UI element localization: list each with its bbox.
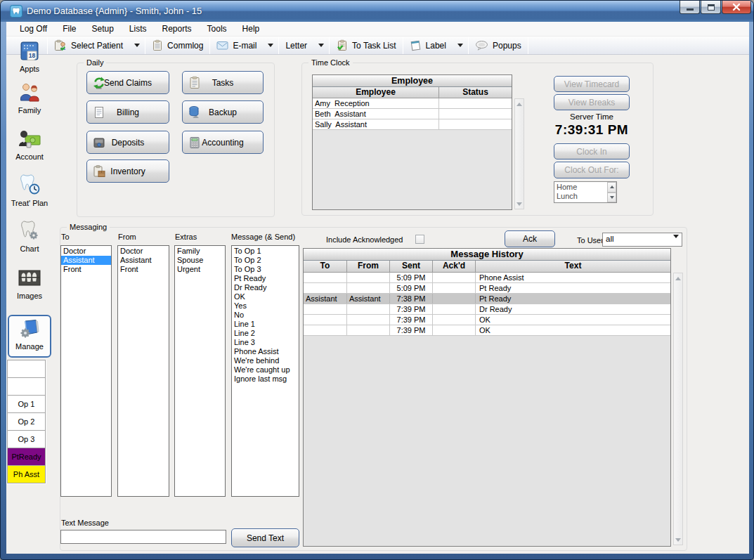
popups-button[interactable]: Popups: [469, 37, 528, 54]
sidebar-item-appts[interactable]: 18 Appts: [6, 39, 53, 73]
clock-out-options-list[interactable]: Home Lunch: [554, 181, 617, 203]
include-acknowledged-checkbox[interactable]: [415, 235, 424, 244]
list-item[interactable]: Line 3: [232, 338, 299, 347]
scroll-down-icon[interactable]: [674, 535, 682, 545]
list-item[interactable]: Ignore last msg: [232, 375, 299, 384]
list-item[interactable]: Yes: [232, 301, 299, 311]
sidebar-item-chart[interactable]: Chart: [6, 219, 53, 253]
letter-dropdown-arrow[interactable]: [313, 37, 329, 54]
inventory-button[interactable]: Inventory: [86, 159, 169, 183]
list-item[interactable]: Spouse: [175, 256, 225, 265]
list-item[interactable]: We're behind: [232, 356, 299, 365]
backup-icon: [188, 105, 202, 119]
clock-out-for-button[interactable]: Clock Out For:: [554, 162, 630, 178]
list-item[interactable]: Phone Assist: [232, 347, 299, 356]
list-item[interactable]: We're caught up: [232, 365, 299, 375]
tasks-button[interactable]: Tasks: [182, 71, 264, 94]
op-cell-op2[interactable]: Op 2: [7, 412, 46, 431]
sidebar-item-label: Chart: [6, 245, 53, 253]
email-dropdown-arrow[interactable]: [263, 37, 278, 54]
list-item-selected[interactable]: Assistant: [61, 256, 111, 265]
message-history-scrollbar[interactable]: [673, 273, 683, 545]
sidebar-item-account[interactable]: Account: [6, 127, 53, 161]
op-cell-op3[interactable]: Op 3: [7, 430, 46, 448]
clock-out-option-home[interactable]: Home: [557, 183, 607, 192]
table-row[interactable]: 5:09 PM Phone Assist: [304, 273, 670, 283]
email-button[interactable]: E-mail: [210, 37, 263, 54]
label-dropdown-arrow[interactable]: [453, 37, 468, 54]
op-cell-op1[interactable]: Op 1: [7, 395, 46, 413]
send-claims-button[interactable]: Send Claims: [86, 71, 169, 94]
view-breaks-button[interactable]: View Breaks: [554, 94, 630, 110]
employee-row[interactable]: Amy Reception: [313, 98, 512, 109]
table-row-selected[interactable]: AssistantAssistant 7:38 PM Pt Ready: [304, 294, 670, 304]
ack-button[interactable]: Ack: [505, 230, 555, 247]
list-item[interactable]: To Op 3: [232, 265, 299, 274]
accounting-icon: [188, 136, 202, 150]
employee-grid-scrollbar[interactable]: [514, 98, 524, 209]
table-row[interactable]: 7:39 PM OK: [304, 315, 670, 325]
menu-item-file[interactable]: File: [55, 22, 84, 37]
list-item[interactable]: Pt Ready: [232, 274, 299, 283]
close-button[interactable]: [722, 1, 751, 14]
view-timecard-button[interactable]: View Timecard: [554, 76, 630, 92]
sidebar-item-images[interactable]: Images: [6, 266, 53, 300]
list-item[interactable]: Dr Ready: [232, 283, 299, 292]
list-item[interactable]: Line 2: [232, 329, 299, 338]
clock-in-button[interactable]: Clock In: [554, 143, 630, 159]
letter-button[interactable]: Letter: [279, 37, 313, 54]
maximize-button[interactable]: [701, 1, 721, 14]
op-cell-phasst[interactable]: Ph Asst: [7, 465, 46, 483]
list-item[interactable]: OK: [232, 292, 299, 301]
sidebar-item-treatplan[interactable]: Treat' Plan: [6, 174, 53, 207]
op-cell-empty-2[interactable]: [7, 377, 46, 396]
list-item[interactable]: No: [232, 311, 299, 320]
menu-item-tools[interactable]: Tools: [200, 22, 235, 37]
table-row[interactable]: 5:09 PM Pt Ready: [304, 283, 670, 294]
deposits-button[interactable]: Deposits: [86, 131, 169, 154]
clock-out-option-lunch[interactable]: Lunch: [557, 192, 607, 201]
list-item[interactable]: Doctor: [61, 247, 111, 256]
minimize-button[interactable]: [680, 1, 700, 14]
label-button[interactable]: Label: [403, 37, 453, 54]
employee-row[interactable]: Sally Assistant: [313, 119, 512, 130]
list-item[interactable]: To Op 1: [232, 247, 299, 256]
send-text-button[interactable]: Send Text: [231, 528, 299, 547]
scroll-down-icon[interactable]: [515, 199, 524, 209]
billing-button[interactable]: Billing: [86, 100, 169, 124]
table-row[interactable]: 7:39 PM OK: [304, 325, 670, 336]
list-item[interactable]: Assistant: [118, 256, 169, 265]
op-cell-ptready[interactable]: PtReady: [7, 448, 46, 466]
list-item[interactable]: Front: [118, 265, 169, 274]
employee-row[interactable]: Beth Assistant: [313, 109, 512, 119]
menu-item-setup[interactable]: Setup: [84, 22, 121, 37]
accounting-button[interactable]: Accounting: [182, 131, 264, 154]
scroll-up-icon[interactable]: [674, 273, 682, 283]
list-item[interactable]: Urgent: [175, 265, 225, 274]
select-patient-button[interactable]: Select Patient: [48, 37, 129, 54]
scroll-up-icon[interactable]: [515, 99, 524, 109]
list-item[interactable]: Family: [175, 247, 225, 256]
menu-item-lists[interactable]: Lists: [122, 22, 155, 37]
clock-out-options-spinner[interactable]: [607, 182, 616, 202]
spinner-down-icon[interactable]: [607, 193, 616, 203]
select-patient-dropdown-arrow[interactable]: [129, 37, 145, 54]
sidebar-item-family[interactable]: Family: [6, 81, 53, 115]
table-row[interactable]: 7:39 PM Dr Ready: [304, 304, 670, 315]
backup-button[interactable]: Backup: [182, 100, 264, 124]
commlog-button[interactable]: Commlog: [145, 37, 209, 54]
menu-item-reports[interactable]: Reports: [155, 22, 200, 37]
list-item[interactable]: To Op 2: [232, 256, 299, 265]
sidebar-item-manage[interactable]: Manage: [8, 315, 51, 358]
menu-item-log-off[interactable]: Log Off: [12, 22, 55, 37]
to-user-combobox[interactable]: all: [602, 233, 682, 247]
menu-item-help[interactable]: Help: [235, 22, 268, 37]
spinner-up-icon[interactable]: [607, 182, 616, 193]
to-task-list-button[interactable]: To Task List: [330, 37, 402, 54]
list-item[interactable]: Front: [61, 265, 111, 274]
from-list-label: From: [118, 233, 136, 241]
text-message-input[interactable]: [60, 530, 226, 544]
list-item[interactable]: Line 1: [232, 320, 299, 329]
op-cell-empty-1[interactable]: [7, 360, 46, 378]
list-item[interactable]: Doctor: [118, 247, 169, 256]
